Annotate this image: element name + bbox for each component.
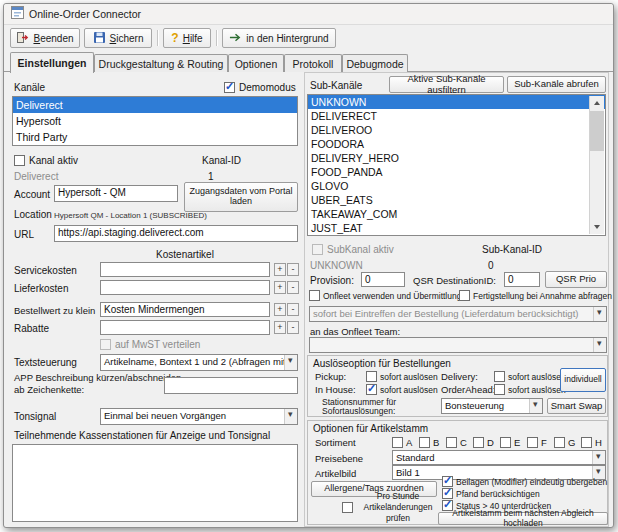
kanaele-listbox[interactable]: Deliverect Hypersoft Third Party <box>12 96 298 146</box>
sortiment-b-checkbox[interactable] <box>419 437 430 448</box>
hilfe-button[interactable]: ? Hilfe <box>163 28 211 48</box>
artikelstamm-upload-button[interactable]: Artikelstamm beim nächsten Abgleich hoch… <box>438 512 608 525</box>
pickup-sofort-label: sofort auslösen <box>380 372 438 382</box>
sortiment-c-label: C <box>460 437 467 448</box>
app-beschreibung-label-line2: ab Zeichenkette: <box>14 384 84 395</box>
servicekosten-input[interactable] <box>100 262 270 277</box>
scrollbar[interactable] <box>589 96 604 234</box>
onfleet-timing-value: sofort bei Eintreffen der Bestellung (Li… <box>313 308 578 319</box>
provision-input[interactable]: 0 <box>361 272 405 287</box>
preisebene-select[interactable]: Standard <box>392 450 606 465</box>
titlebar[interactable]: Online-Order Connector <box>4 4 613 25</box>
kanaele-label: Kanäle <box>14 82 45 93</box>
sortiment-f-label: F <box>541 437 547 448</box>
sortiment-h-checkbox[interactable] <box>581 437 592 448</box>
sortiment-d-checkbox[interactable] <box>473 437 484 448</box>
qsr-prio-button[interactable]: QSR Prio <box>545 271 607 288</box>
scroll-up-button[interactable] <box>590 96 604 110</box>
tab-druckgestaltung-routing[interactable]: Druckgestaltung & Routing <box>94 54 228 72</box>
beenden-button[interactable]: Beenden <box>10 28 80 48</box>
list-item-hypersoft[interactable]: Hypersoft <box>13 113 297 129</box>
list-item-just-eat[interactable]: JUST_EAT <box>308 221 605 235</box>
rabatte-minus-button[interactable]: - <box>287 321 299 334</box>
bestellwert-label: Bestellwert zu klein <box>14 305 95 316</box>
demomodus-checkbox[interactable] <box>224 82 235 93</box>
list-item-deliverect[interactable]: Deliverect <box>13 97 297 113</box>
subkanaele-abrufen-button[interactable]: Sub-Kanäle abrufen <box>507 76 606 93</box>
pickup-sofort-checkbox[interactable] <box>366 371 377 382</box>
kanal-id-value: 1 <box>208 171 214 182</box>
qsr-destination-input[interactable]: 0 <box>504 272 540 287</box>
list-item-unknown[interactable]: UNKNOWN <box>308 95 605 109</box>
kanal-aktiv-checkbox[interactable] <box>14 155 25 166</box>
stationsnummer-select[interactable]: Bonsteuerung <box>441 398 543 414</box>
textsteuerung-label: Textsteuerung <box>14 357 77 368</box>
list-item-takeaway-com[interactable]: TAKEAWAY_COM <box>308 207 605 221</box>
sichern-button[interactable]: Sichern <box>84 28 152 48</box>
url-input[interactable]: https://api.staging.deliverect.com <box>54 225 298 242</box>
bestellwert-minus-button[interactable]: - <box>287 303 299 316</box>
onfleet-team-select[interactable] <box>309 337 607 353</box>
scrollbar-thumb[interactable] <box>590 111 604 151</box>
lieferkosten-label: Lieferkosten <box>14 283 68 294</box>
fertigstellung-checkbox[interactable] <box>459 290 470 301</box>
servicekosten-minus-button[interactable]: - <box>287 263 299 276</box>
servicekosten-plus-button[interactable]: + <box>274 263 286 276</box>
zugangsdaten-portal-button[interactable]: Zugangsdaten vom Portal laden <box>184 182 298 212</box>
sortiment-g-checkbox[interactable] <box>554 437 565 448</box>
account-label: Account <box>14 189 50 200</box>
hintergrund-button[interactable]: in den Hintergrund <box>222 28 336 48</box>
inhouse-sofort-checkbox[interactable] <box>366 384 377 395</box>
sortiment-c-checkbox[interactable] <box>446 437 457 448</box>
orderahead-sofort-checkbox[interactable] <box>494 384 505 395</box>
location-value: Hypersoft QM - Location 1 (SUBSCRIBED) <box>54 211 207 220</box>
list-item-glovo[interactable]: GLOVO <box>308 179 605 193</box>
onfleet-verwenden-checkbox[interactable] <box>309 290 320 301</box>
bestellwert-input[interactable]: Kosten Mindermengen <box>100 302 270 317</box>
tab-debugmode[interactable]: Debugmode <box>342 54 408 72</box>
app-zeichenkette-input[interactable] <box>164 377 298 394</box>
delivery-label: Delivery: <box>441 371 478 382</box>
individuell-button[interactable]: individuell <box>560 368 606 392</box>
onfleet-timing-select[interactable]: sofort bei Eintreffen der Bestellung (Li… <box>309 306 607 322</box>
sortiment-e-checkbox[interactable] <box>500 437 511 448</box>
sortiment-h-label: H <box>595 437 602 448</box>
rabatte-input[interactable] <box>100 320 270 335</box>
sortiment-f-checkbox[interactable] <box>527 437 538 448</box>
list-item-food-panda[interactable]: FOOD_PANDA <box>308 165 605 179</box>
aktive-subkanaele-ausfiltern-button[interactable]: Aktive Sub-Kanäle ausfiltern <box>389 76 504 93</box>
sub-kanal-id-label: Sub-Kanal-ID <box>482 244 542 255</box>
delivery-sofort-checkbox[interactable] <box>494 371 505 382</box>
scroll-down-button[interactable] <box>590 220 604 234</box>
list-item-uber-eats[interactable]: UBER_EATS <box>308 193 605 207</box>
hintergrund-label: in den Hintergrund <box>246 33 328 44</box>
list-item-third-party[interactable]: Third Party <box>13 129 297 145</box>
pro-stunde-checkbox[interactable] <box>342 502 353 513</box>
textsteuerung-select[interactable]: Artikelname, Bontext 1 und 2 (Abfragen m… <box>100 354 298 371</box>
lieferkosten-plus-button[interactable]: + <box>274 281 286 294</box>
list-item-delivery-hero[interactable]: DELIVERY_HERO <box>308 151 605 165</box>
list-item-deliveroo[interactable]: DELIVEROO <box>308 123 605 137</box>
tab-optionen[interactable]: Optionen <box>228 54 284 72</box>
bestellwert-plus-button[interactable]: + <box>274 303 286 316</box>
sortiment-a-checkbox[interactable] <box>392 437 403 448</box>
kassenstationen-listbox[interactable] <box>12 444 298 522</box>
lieferkosten-minus-button[interactable]: - <box>287 281 299 294</box>
sortiment-g-label: G <box>568 437 575 448</box>
subkanal-aktiv-checkbox[interactable] <box>312 244 323 255</box>
subkanaele-listbox[interactable]: UNKNOWN DELIVERECT DELIVEROO FOODORA DEL… <box>307 94 606 236</box>
rabatte-plus-button[interactable]: + <box>274 321 286 334</box>
beilagen-label: Beilagen (Modifier) eindeutig übergeben <box>456 477 607 487</box>
tonsignal-select[interactable]: Einmal bei neuen Vorgängen <box>100 408 298 425</box>
list-item-foodora[interactable]: FOODORA <box>308 137 605 151</box>
tab-einstellungen[interactable]: Einstellungen <box>10 52 94 73</box>
smart-swap-button[interactable]: Smart Swap <box>547 398 606 414</box>
account-input[interactable]: Hypersoft - QM <box>54 185 178 202</box>
tab-protokoll[interactable]: Protokoll <box>284 54 342 72</box>
mwst-verteilen-checkbox[interactable] <box>100 339 111 350</box>
arrow-right-icon <box>229 32 242 45</box>
toolbar-separator <box>157 30 158 46</box>
list-item-deliverect-sub[interactable]: DELIVERECT <box>308 109 605 123</box>
lieferkosten-input[interactable] <box>100 280 270 295</box>
chevron-down-icon <box>593 338 606 352</box>
